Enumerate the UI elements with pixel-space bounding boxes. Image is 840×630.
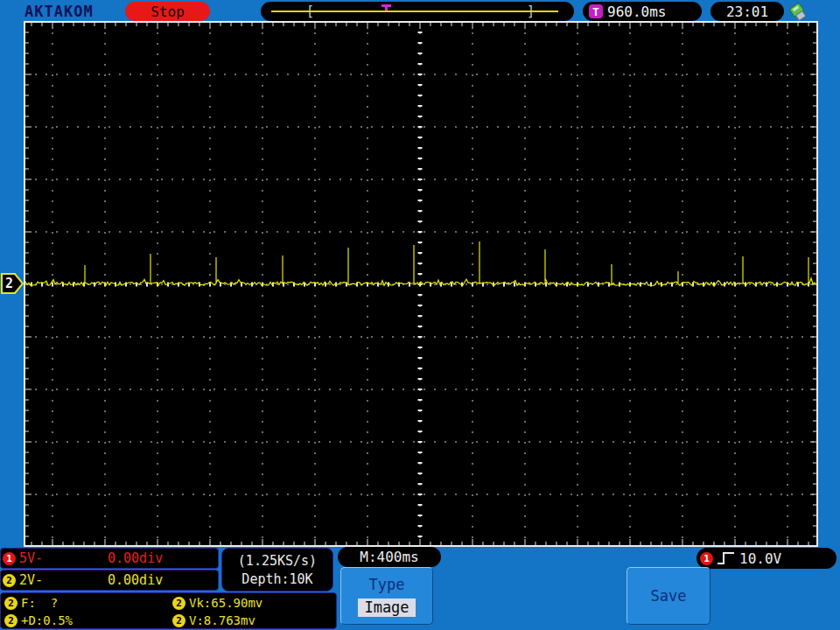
- acquisition-state-label: Stop: [150, 4, 185, 20]
- ch2-position-marker[interactable]: 2: [1, 272, 24, 295]
- ch1-status-row: 1 5V- 0.00div: [0, 548, 219, 569]
- meas-ch-badge-icon: 2: [4, 597, 18, 610]
- type-menu-label: Type: [369, 576, 405, 593]
- rising-edge-icon: [717, 550, 736, 566]
- clock: 23:01: [710, 2, 784, 21]
- waveform-display: [24, 21, 818, 547]
- ch1-scale: 5V-: [19, 550, 43, 566]
- acquisition-state-button[interactable]: Stop: [125, 2, 210, 21]
- ch2-offset: 0.00div: [108, 572, 163, 588]
- meas-ch-badge-icon: 2: [172, 597, 186, 610]
- brand-logo: AKTAKOM: [24, 3, 94, 20]
- measurement-duty: 2 +D:0.5%: [4, 613, 73, 627]
- memory-depth: Depth:10K: [242, 571, 312, 587]
- measurement-frequency-text: F: ?: [21, 596, 58, 610]
- meas-ch-badge-icon: 2: [4, 614, 18, 627]
- ch2-scale: 2V-: [19, 572, 43, 588]
- measurement-frequency: 2 F: ?: [4, 596, 58, 610]
- ch2-status-row: 2 2V- 0.00div: [0, 570, 219, 591]
- type-menu-button[interactable]: Type Image: [340, 567, 433, 625]
- measurement-vk: 2 Vk:65.90mv: [172, 596, 262, 610]
- acquisition-info-box: (1.25KS/s) Depth:10K: [221, 548, 333, 592]
- ch1-badge-icon: 1: [3, 552, 16, 565]
- save-button-label: Save: [651, 587, 687, 605]
- trigger-t-icon: T: [589, 4, 603, 18]
- save-button[interactable]: Save: [626, 567, 710, 625]
- trigger-position-marker-icon[interactable]: [382, 4, 391, 7]
- measurement-vk-text: Vk:65.90mv: [189, 596, 262, 610]
- trigger-level-value: 10.0V: [739, 550, 781, 567]
- measurements-box: 2 F: ? 2 +D:0.5% 2 Vk:65.90mv 2 V:8.763m…: [0, 592, 337, 629]
- clock-value: 23:01: [726, 4, 768, 20]
- ch1-offset: 0.00div: [108, 550, 163, 566]
- measurement-duty-text: +D:0.5%: [21, 613, 73, 627]
- timebase-readout: M:400ms: [338, 547, 441, 567]
- waveform-grid-and-trace: [25, 23, 816, 545]
- window-left-bracket: [: [306, 3, 314, 20]
- window-right-bracket: ]: [527, 3, 535, 20]
- type-menu-selected-value[interactable]: Image: [358, 598, 415, 617]
- trigger-level-readout: 1 10.0V: [696, 548, 836, 569]
- measurement-v: 2 V:8.763mv: [172, 613, 256, 627]
- trigger-source-badge-icon: 1: [700, 552, 713, 565]
- measurement-v-text: V:8.763mv: [189, 613, 256, 627]
- record-window-line: [271, 10, 558, 12]
- ch2-marker-label: 2: [5, 276, 13, 291]
- sample-rate: (1.25KS/s): [238, 553, 317, 569]
- meas-ch-badge-icon: 2: [172, 614, 186, 627]
- trigger-time-readout: T 960.0ms: [583, 2, 702, 21]
- ch2-badge-icon: 2: [3, 574, 16, 587]
- trigger-position-bar: [ ]: [261, 2, 574, 21]
- oscilloscope-screen-capture: AKTAKOM Stop [ ] T 960.0ms 23:01 2 docum…: [0, 0, 840, 630]
- trigger-time-value: 960.0ms: [607, 4, 666, 20]
- timebase-value: M:400ms: [360, 549, 418, 565]
